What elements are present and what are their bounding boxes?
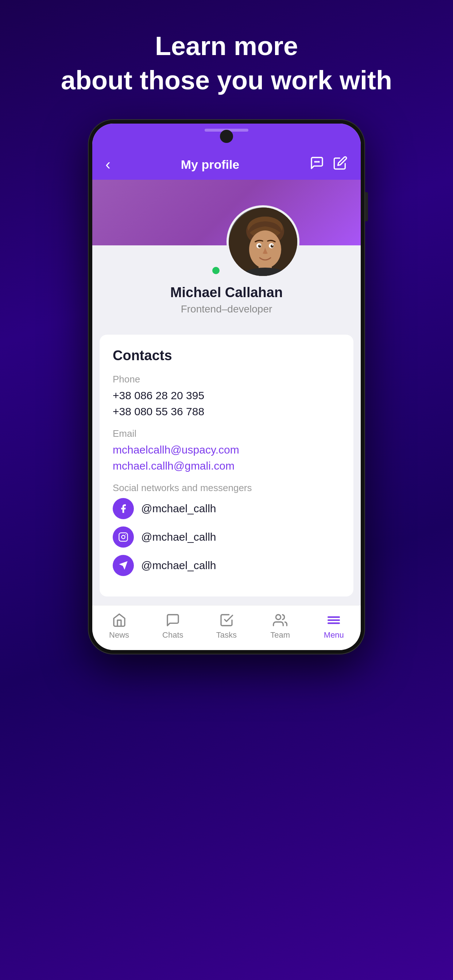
social-label: Social networks and messengers [113, 482, 340, 494]
menu-icon [327, 613, 341, 627]
telegram-icon [113, 555, 134, 576]
profile-role: Frontend–developer [181, 303, 273, 315]
nav-item-team[interactable]: Team [262, 613, 298, 640]
svg-point-13 [260, 245, 261, 246]
svg-point-17 [276, 615, 281, 619]
nav-label-news: News [109, 630, 129, 640]
nav-item-tasks[interactable]: Tasks [208, 613, 245, 640]
page-title: My profile [181, 158, 239, 172]
email-value-2[interactable]: mchael.callh@gmali.com [113, 460, 340, 472]
status-bar [92, 124, 361, 149]
back-button[interactable]: ‹ [105, 157, 110, 172]
nav-label-tasks: Tasks [216, 630, 237, 640]
email-value-1[interactable]: mchaelcallh@uspacy.com [113, 444, 340, 456]
telegram-handle: @mchael_callh [141, 559, 216, 572]
headline-line1: Learn more [155, 31, 298, 60]
scroll-content[interactable]: Michael Callahan Frontend–developer Cont… [92, 180, 361, 605]
social-row-instagram[interactable]: @mchael_callh [113, 527, 340, 547]
nav-label-team: Team [270, 630, 290, 640]
profile-section: Michael Callahan Frontend–developer [92, 180, 361, 326]
header-actions [309, 156, 348, 173]
profile-banner [92, 180, 361, 245]
facebook-handle: @mchael_callh [141, 503, 216, 515]
app-header: ‹ My profile [92, 149, 361, 180]
social-row-telegram[interactable]: @mchael_callh [113, 555, 340, 576]
phone-screen: ‹ My profile [92, 124, 361, 650]
team-icon [273, 613, 287, 627]
nav-item-news[interactable]: News [101, 613, 137, 640]
phone-frame: ‹ My profile [88, 119, 365, 654]
instagram-icon [113, 527, 134, 547]
online-status-dot [211, 266, 221, 275]
email-label: Email [113, 428, 340, 439]
instagram-handle: @mchael_callh [141, 531, 216, 543]
nav-label-menu: Menu [324, 630, 344, 640]
phone-value-1: +38 086 28 20 395 [113, 390, 340, 402]
phone-label: Phone [113, 374, 340, 385]
headline: Learn more about those you work with [61, 29, 392, 97]
contacts-title: Contacts [113, 348, 340, 363]
profile-name: Michael Callahan [170, 285, 283, 301]
chats-icon [166, 613, 180, 627]
news-icon [112, 613, 126, 627]
chat-icon[interactable] [309, 156, 324, 173]
tasks-icon [219, 613, 234, 627]
camera-notch [220, 130, 233, 143]
edit-icon[interactable] [333, 156, 348, 173]
svg-point-14 [272, 245, 273, 246]
nav-label-chats: Chats [162, 630, 183, 640]
svg-rect-15 [119, 533, 127, 541]
headline-line2: about those you work with [61, 65, 392, 95]
avatar [226, 205, 300, 278]
nav-item-menu[interactable]: Menu [316, 613, 352, 640]
bottom-nav: News Chats Tasks [92, 605, 361, 650]
contacts-card: Contacts Phone +38 086 28 20 395 +38 080… [100, 335, 353, 597]
phone-value-2: +38 080 55 36 788 [113, 406, 340, 418]
facebook-icon [113, 498, 134, 519]
social-row-facebook[interactable]: @mchael_callh [113, 498, 340, 519]
nav-item-chats[interactable]: Chats [155, 613, 191, 640]
